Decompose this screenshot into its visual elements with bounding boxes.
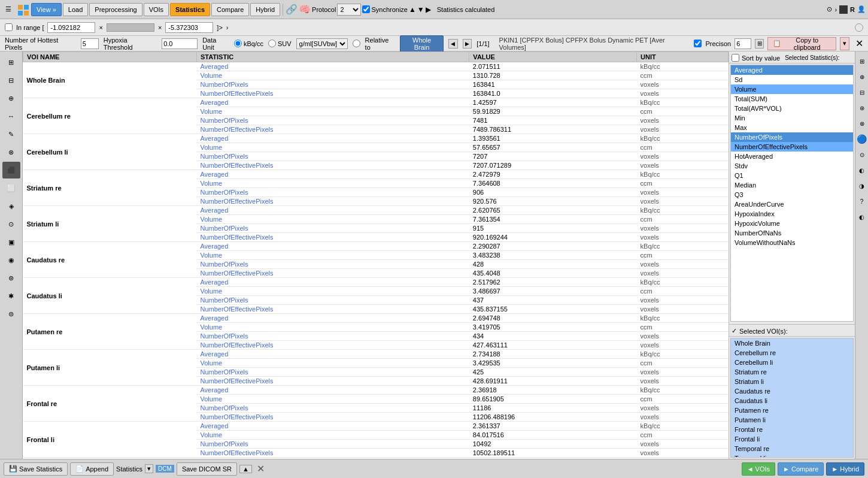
voi-list-item[interactable]: Whole Brain: [731, 338, 853, 348]
rsb-icon9[interactable]: ◑: [857, 179, 867, 193]
stat-list-item[interactable]: Q1: [731, 171, 853, 180]
voi-list-item[interactable]: Frontal li: [731, 434, 853, 444]
stat-list-item[interactable]: Stdv: [731, 161, 853, 171]
rsb-icon8[interactable]: ◐: [857, 163, 867, 177]
preprocessing-button[interactable]: Preprocessing: [89, 3, 142, 16]
table-row[interactable]: Frontal liAveraged2.361337kBq/cc: [23, 422, 729, 431]
whole-brain-btn[interactable]: Whole Brain: [400, 35, 444, 52]
diamond-icon[interactable]: ◈: [2, 198, 20, 214]
stat-list-item[interactable]: HypoxiaIndex: [731, 209, 853, 219]
vois-nav-button[interactable]: ◄ VOIs: [742, 462, 775, 476]
table-row[interactable]: Whole BrainAveraged2.071511kBq/cc: [23, 62, 729, 71]
voi-list-item[interactable]: Putamen re: [731, 406, 853, 415]
equals-icon[interactable]: ⊜: [2, 305, 20, 322]
edit-icon[interactable]: ✎: [2, 126, 20, 143]
copy-dropdown-icon[interactable]: ▾: [840, 37, 849, 50]
square-icon[interactable]: ⬛: [2, 162, 20, 179]
synchronize-checkbox[interactable]: [362, 5, 370, 13]
circle-icon[interactable]: ⊙: [2, 216, 20, 232]
rsb-icon4[interactable]: ⊛: [857, 101, 867, 115]
radio-icon[interactable]: ◉: [2, 252, 20, 268]
stat-list-item[interactable]: Total(SUM): [731, 94, 853, 104]
stat-list-item[interactable]: Averaged: [731, 65, 853, 75]
nav-next-icon[interactable]: ▶: [463, 39, 472, 49]
voi-list-item[interactable]: Striatum li: [731, 377, 853, 386]
hypoxia-input[interactable]: [162, 38, 198, 49]
stat-list-item[interactable]: Q3: [731, 190, 853, 199]
voi-list-item[interactable]: Caudatus re: [731, 386, 853, 396]
table-row[interactable]: Cerebellum liAveraged1.393561kBq/cc: [23, 134, 729, 143]
rsb-icon2[interactable]: ⊕: [857, 69, 867, 84]
copy-to-clipboard-button[interactable]: 📋 Copy to clipboard: [767, 37, 836, 50]
chevron-right-icon[interactable]: ›: [834, 6, 837, 13]
suv-radio[interactable]: [268, 40, 276, 47]
stat-list-item[interactable]: NumberOfPixels: [731, 132, 853, 142]
rsb-icon11[interactable]: ◐: [857, 210, 867, 224]
voi-list-item[interactable]: Temporal re: [731, 444, 853, 453]
stat-list-item[interactable]: AreaUnderCurve: [731, 199, 853, 209]
rsb-icon7[interactable]: ⊙: [857, 147, 867, 162]
star-icon[interactable]: ⊛: [2, 270, 20, 286]
upload-icon[interactable]: ▲: [239, 465, 252, 473]
close-window-button[interactable]: ✕: [257, 463, 265, 474]
statistics-button[interactable]: Statistics: [170, 3, 210, 16]
relative-radio[interactable]: [353, 40, 360, 47]
sort-by-value-checkbox[interactable]: [732, 54, 739, 62]
rsb-icon3[interactable]: ⊟: [857, 85, 867, 99]
rsb-icon6[interactable]: 🔵: [857, 132, 867, 146]
table-row[interactable]: Cerebellum reAveraged1.42597kBq/cc: [23, 98, 729, 107]
stat-list-item[interactable]: Total(AVR*VOL): [731, 104, 853, 113]
hamburger-menu-icon[interactable]: ☰: [2, 3, 14, 16]
table-row[interactable]: Caudatus liAveraged2.517962kBq/cc: [23, 278, 729, 287]
asterisk-icon[interactable]: ✱: [2, 288, 20, 304]
kbqcc-radio[interactable]: [234, 40, 242, 47]
append-button[interactable]: 📄 Append: [70, 462, 114, 476]
view-button[interactable]: View »: [31, 3, 62, 16]
kbqcc-label[interactable]: kBq/cc: [234, 40, 263, 47]
stat-list-item[interactable]: HotAveraged: [731, 152, 853, 161]
voi-list-item[interactable]: Frontal re: [731, 425, 853, 434]
close-button[interactable]: ✕: [855, 38, 863, 49]
nav-prev-icon[interactable]: ◀: [448, 39, 458, 49]
stat-list-item[interactable]: Min: [731, 113, 853, 123]
remove-voi-icon[interactable]: ⊟: [2, 72, 20, 89]
stat-list-item[interactable]: Volume: [731, 84, 853, 94]
precision-input[interactable]: [735, 38, 751, 49]
compare-nav-button[interactable]: ► Compare: [778, 462, 824, 476]
outline-icon[interactable]: ⬜: [2, 180, 20, 196]
resize-icon[interactable]: ↔: [2, 108, 20, 125]
stat-list-item[interactable]: Median: [731, 180, 853, 190]
stats-dropdown-arrow[interactable]: ▾: [145, 464, 153, 473]
voi-list-item[interactable]: Temporal li: [731, 453, 853, 458]
grid-icon[interactable]: ▣: [2, 234, 20, 250]
range-max-input[interactable]: [165, 22, 213, 33]
stat-list-item[interactable]: HypoxicVolume: [731, 219, 853, 228]
voi-list-item[interactable]: Cerebellum re: [731, 348, 853, 358]
compare-button[interactable]: Compare: [211, 3, 249, 16]
voi-list-item[interactable]: Cerebellum li: [731, 358, 853, 367]
table-row[interactable]: Putamen reAveraged2.694748kBq/cc: [23, 314, 729, 323]
table-row[interactable]: Caudatus reAveraged2.290287kBq/cc: [23, 242, 729, 251]
rsb-help-icon[interactable]: ?: [857, 194, 867, 208]
zoom-in-icon[interactable]: ⊕: [2, 90, 20, 107]
save-dicom-sr-button[interactable]: Save DICOM SR: [177, 462, 237, 476]
save-statistics-button[interactable]: 💾 Save Statistics: [4, 462, 68, 476]
range-slider[interactable]: [107, 23, 154, 32]
range-min-input[interactable]: [47, 22, 95, 33]
precision-checkbox[interactable]: [694, 40, 702, 47]
hybrid-nav-button[interactable]: ► Hybrid: [826, 462, 864, 476]
suv-label[interactable]: SUV: [268, 40, 292, 47]
vois-button[interactable]: VOIs: [144, 3, 169, 16]
voi-list-item[interactable]: Caudatus li: [731, 396, 853, 406]
voi-list-item[interactable]: Striatum re: [731, 367, 853, 377]
arrow-down-icon[interactable]: ▼: [417, 5, 424, 14]
stat-list-item[interactable]: Max: [731, 123, 853, 132]
arrow-right-icon[interactable]: ▶: [426, 5, 431, 14]
load-button[interactable]: Load: [63, 3, 88, 16]
table-row[interactable]: Putamen liAveraged2.734188kBq/cc: [23, 350, 729, 359]
stat-list-item[interactable]: Sd: [731, 75, 853, 84]
rsb-icon5[interactable]: ⊗: [857, 116, 867, 131]
data-table-container[interactable]: VOI NAME STATISTIC VALUE UNIT Whole Brai…: [23, 52, 729, 459]
arrow-icon[interactable]: ›: [226, 24, 229, 31]
frame-selector[interactable]: 2: [337, 4, 361, 16]
